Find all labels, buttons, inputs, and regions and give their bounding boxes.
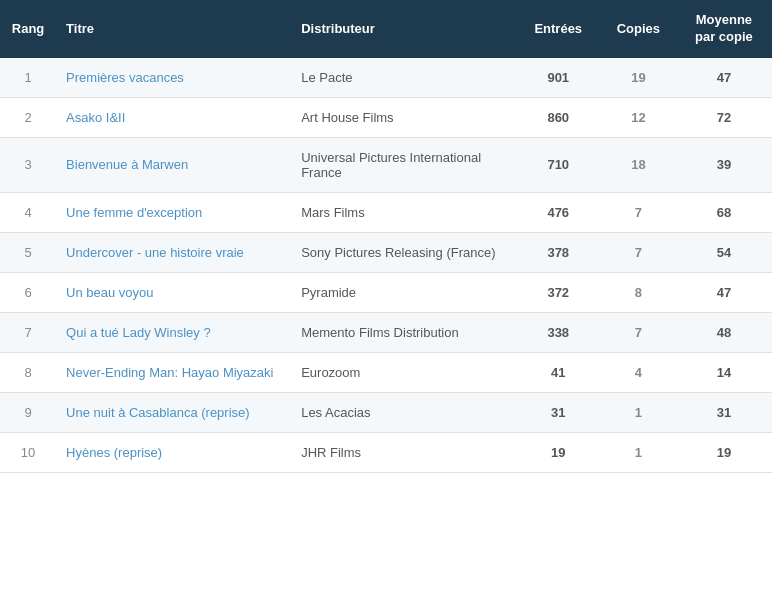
cell-rang: 1 [0,58,56,98]
cell-rang: 5 [0,232,56,272]
cell-rang: 2 [0,97,56,137]
cell-rang: 7 [0,312,56,352]
table-row: 6Un beau voyouPyramide372847 [0,272,772,312]
cell-titre: Une nuit à Casablanca (reprise) [56,392,291,432]
cell-rang: 4 [0,192,56,232]
titre-link[interactable]: Hyènes (reprise) [66,445,162,460]
cell-titre: Hyènes (reprise) [56,432,291,472]
table-row: 8Never-Ending Man: Hayao MiyazakiEurozoo… [0,352,772,392]
cell-entrees: 41 [516,352,601,392]
cell-entrees: 338 [516,312,601,352]
table-row: 9Une nuit à Casablanca (reprise)Les Acac… [0,392,772,432]
cell-titre: Undercover - une histoire vraie [56,232,291,272]
cell-moyenne: 72 [676,97,772,137]
cell-copies: 8 [601,272,676,312]
cell-rang: 3 [0,137,56,192]
cell-moyenne: 19 [676,432,772,472]
cell-distributeur: Sony Pictures Releasing (France) [291,232,515,272]
cell-titre: Une femme d'exception [56,192,291,232]
cell-copies: 7 [601,192,676,232]
header-moyenne: Moyenne par copie [676,0,772,58]
cell-copies: 7 [601,232,676,272]
cell-moyenne: 47 [676,272,772,312]
cell-distributeur: JHR Films [291,432,515,472]
cell-titre: Asako I&II [56,97,291,137]
cell-entrees: 901 [516,58,601,98]
titre-link[interactable]: Un beau voyou [66,285,153,300]
cell-copies: 1 [601,392,676,432]
cell-titre: Un beau voyou [56,272,291,312]
rankings-table-container: Rang Titre Distributeur Entrées Copies M… [0,0,772,473]
table-row: 7Qui a tué Lady Winsley ?Memento Films D… [0,312,772,352]
cell-entrees: 476 [516,192,601,232]
cell-distributeur: Mars Films [291,192,515,232]
header-titre: Titre [56,0,291,58]
cell-rang: 8 [0,352,56,392]
cell-moyenne: 47 [676,58,772,98]
table-row: 4Une femme d'exceptionMars Films476768 [0,192,772,232]
cell-entrees: 710 [516,137,601,192]
header-entrees: Entrées [516,0,601,58]
cell-entrees: 31 [516,392,601,432]
cell-entrees: 19 [516,432,601,472]
cell-titre: Premières vacances [56,58,291,98]
cell-distributeur: Le Pacte [291,58,515,98]
cell-rang: 10 [0,432,56,472]
titre-link[interactable]: Premières vacances [66,70,184,85]
cell-distributeur: Pyramide [291,272,515,312]
cell-entrees: 860 [516,97,601,137]
cell-copies: 1 [601,432,676,472]
cell-copies: 4 [601,352,676,392]
cell-copies: 7 [601,312,676,352]
cell-distributeur: Memento Films Distribution [291,312,515,352]
cell-distributeur: Les Acacias [291,392,515,432]
table-row: 1Premières vacancesLe Pacte9011947 [0,58,772,98]
header-distributeur: Distributeur [291,0,515,58]
cell-distributeur: Universal Pictures International France [291,137,515,192]
titre-link[interactable]: Asako I&II [66,110,125,125]
cell-copies: 12 [601,97,676,137]
cell-copies: 19 [601,58,676,98]
titre-link[interactable]: Bienvenue à Marwen [66,157,188,172]
cell-rang: 6 [0,272,56,312]
titre-link[interactable]: Qui a tué Lady Winsley ? [66,325,211,340]
cell-moyenne: 39 [676,137,772,192]
cell-moyenne: 54 [676,232,772,272]
rankings-table: Rang Titre Distributeur Entrées Copies M… [0,0,772,473]
cell-moyenne: 68 [676,192,772,232]
cell-moyenne: 31 [676,392,772,432]
cell-distributeur: Art House Films [291,97,515,137]
titre-link[interactable]: Une nuit à Casablanca (reprise) [66,405,250,420]
titre-link[interactable]: Never-Ending Man: Hayao Miyazaki [66,365,273,380]
cell-titre: Qui a tué Lady Winsley ? [56,312,291,352]
table-row: 2Asako I&IIArt House Films8601272 [0,97,772,137]
cell-moyenne: 14 [676,352,772,392]
cell-titre: Never-Ending Man: Hayao Miyazaki [56,352,291,392]
cell-entrees: 372 [516,272,601,312]
titre-link[interactable]: Undercover - une histoire vraie [66,245,244,260]
cell-distributeur: Eurozoom [291,352,515,392]
table-row: 5Undercover - une histoire vraieSony Pic… [0,232,772,272]
header-rang: Rang [0,0,56,58]
cell-rang: 9 [0,392,56,432]
cell-titre: Bienvenue à Marwen [56,137,291,192]
cell-copies: 18 [601,137,676,192]
cell-entrees: 378 [516,232,601,272]
titre-link[interactable]: Une femme d'exception [66,205,202,220]
header-copies: Copies [601,0,676,58]
table-row: 3Bienvenue à MarwenUniversal Pictures In… [0,137,772,192]
cell-moyenne: 48 [676,312,772,352]
table-row: 10Hyènes (reprise)JHR Films19119 [0,432,772,472]
